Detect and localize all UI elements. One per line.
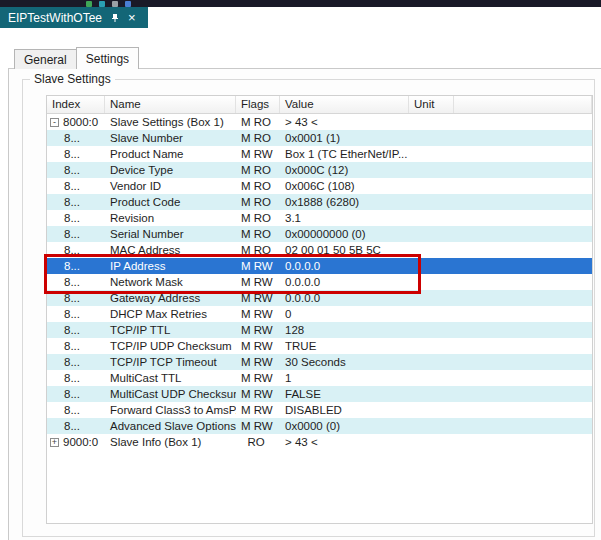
document-tab[interactable]: EIPTestWithOTee × xyxy=(0,7,148,28)
cell-filler xyxy=(454,130,592,146)
table-row[interactable]: 8...TCP/IP TTLM RW128 xyxy=(47,322,592,338)
table-row[interactable]: 8...Forward Class3 to AmsP...M RWDISABLE… xyxy=(47,402,592,418)
cell-filler xyxy=(454,242,592,258)
pin-icon[interactable] xyxy=(110,13,120,23)
table-row[interactable]: 8...Product CodeM RO0x1888 (6280) xyxy=(47,194,592,210)
cell-name: Network Mask xyxy=(105,274,236,290)
cell-name: TCP/IP UDP Checksum xyxy=(105,338,236,354)
cell-filler xyxy=(454,434,592,450)
cell-flags: M RO xyxy=(236,210,280,226)
cell-flags: M RW xyxy=(236,418,280,434)
cell-name: MultiCast UDP Checksum xyxy=(105,386,236,402)
cell-unit xyxy=(409,402,454,418)
cell-index: 8... xyxy=(64,402,80,418)
cell-filler xyxy=(454,146,592,162)
cell-unit xyxy=(409,306,454,322)
cell-flags: M RW xyxy=(236,386,280,402)
cell-index: 8... xyxy=(64,338,80,354)
cell-filler xyxy=(454,322,592,338)
cell-filler xyxy=(454,354,592,370)
table-header: IndexNameFlagsValueUnit xyxy=(47,96,592,114)
cell-unit xyxy=(409,242,454,258)
cell-flags: M RW xyxy=(236,402,280,418)
cell-flags: M RW xyxy=(236,306,280,322)
table-row[interactable]: -8000:0Slave Settings (Box 1)M RO> 43 < xyxy=(47,114,592,130)
cell-flags: M RW xyxy=(236,290,280,306)
cell-flags: RO xyxy=(236,434,280,450)
cell-filler xyxy=(454,402,592,418)
table-row[interactable]: 8...Vendor IDM RO0x006C (108) xyxy=(47,178,592,194)
cell-value: 0x000C (12) xyxy=(280,162,409,178)
cell-unit xyxy=(409,130,454,146)
cell-flags: M RW xyxy=(236,370,280,386)
table-row[interactable]: 8...Advanced Slave OptionsM RW0x0000 (0) xyxy=(47,418,592,434)
table-row[interactable]: 8...MAC AddressM RO02 00 01 50 5B 5C xyxy=(47,242,592,258)
cell-name: Advanced Slave Options xyxy=(105,418,236,434)
column-header-flags[interactable]: Flags xyxy=(236,96,280,113)
cell-unit xyxy=(409,434,454,450)
column-header-name[interactable]: Name xyxy=(105,96,236,113)
cell-flags: M RO xyxy=(236,114,280,130)
cell-filler xyxy=(454,226,592,242)
cell-unit xyxy=(409,146,454,162)
cell-value: > 43 < xyxy=(280,434,409,450)
table-row[interactable]: 8...IP AddressM RW0.0.0.0 xyxy=(47,258,592,274)
column-header-index[interactable]: Index xyxy=(47,96,105,113)
tab-general[interactable]: General xyxy=(14,49,77,69)
close-icon[interactable]: × xyxy=(128,12,136,23)
cell-index: 8... xyxy=(64,226,80,242)
table-body: -8000:0Slave Settings (Box 1)M RO> 43 <8… xyxy=(47,114,592,450)
table-row[interactable]: 8...Gateway AddressM RW0.0.0.0 xyxy=(47,290,592,306)
column-header-value[interactable]: Value xyxy=(280,96,409,113)
column-header-filler xyxy=(454,96,592,113)
cell-index: 8... xyxy=(64,306,80,322)
column-header-unit[interactable]: Unit xyxy=(409,96,454,113)
cell-filler xyxy=(454,306,592,322)
cell-name: IP Address xyxy=(105,258,236,274)
expand-icon[interactable]: + xyxy=(50,438,59,447)
cell-unit xyxy=(409,226,454,242)
cell-value: 0x1888 (6280) xyxy=(280,194,409,210)
cell-flags: M RO xyxy=(236,226,280,242)
cell-filler xyxy=(454,194,592,210)
table-row[interactable]: 8...MultiCast TTLM RW1 xyxy=(47,370,592,386)
cell-value: 0x0000 (0) xyxy=(280,418,409,434)
document-tab-bar: EIPTestWithOTee × xyxy=(0,7,601,28)
cell-filler xyxy=(454,162,592,178)
cell-name: Device Type xyxy=(105,162,236,178)
cell-value: 0.0.0.0 xyxy=(280,290,409,306)
table-row[interactable]: 8...Slave NumberM RO0x0001 (1) xyxy=(47,130,592,146)
cell-unit xyxy=(409,386,454,402)
cell-unit xyxy=(409,418,454,434)
cell-name: Revision xyxy=(105,210,236,226)
cell-index: 8... xyxy=(64,162,80,178)
cell-index: 8... xyxy=(64,274,80,290)
table-row[interactable]: 8...Serial NumberM RO0x00000000 (0) xyxy=(47,226,592,242)
cell-index: 8... xyxy=(64,354,80,370)
cell-value: DISABLED xyxy=(280,402,409,418)
table-row[interactable]: 8...MultiCast UDP ChecksumM RWFALSE xyxy=(47,386,592,402)
cell-unit xyxy=(409,274,454,290)
cell-filler xyxy=(454,178,592,194)
tab-settings[interactable]: Settings xyxy=(76,47,139,69)
cell-name: Vendor ID xyxy=(105,178,236,194)
cell-filler xyxy=(454,114,592,130)
table-row[interactable]: 8...DHCP Max RetriesM RW0 xyxy=(47,306,592,322)
table-row[interactable]: +9000:0Slave Info (Box 1) RO> 43 < xyxy=(47,434,592,450)
cell-index: 8... xyxy=(64,370,80,386)
cell-name: Slave Info (Box 1) xyxy=(105,434,236,450)
table-row[interactable]: 8...RevisionM RO3.1 xyxy=(47,210,592,226)
cell-value: 30 Seconds xyxy=(280,354,409,370)
cell-flags: M RW xyxy=(236,338,280,354)
cell-name: TCP/IP TCP Timeout xyxy=(105,354,236,370)
table-row[interactable]: 8...Product NameM RWBox 1 (TC EtherNet/I… xyxy=(47,146,592,162)
table-row[interactable]: 8...Network MaskM RW0.0.0.0 xyxy=(47,274,592,290)
table-row[interactable]: 8...TCP/IP TCP TimeoutM RW30 Seconds xyxy=(47,354,592,370)
table-row[interactable]: 8...Device TypeM RO0x000C (12) xyxy=(47,162,592,178)
table-row[interactable]: 8...TCP/IP UDP ChecksumM RWTRUE xyxy=(47,338,592,354)
cell-name: Product Name xyxy=(105,146,236,162)
cell-filler xyxy=(454,338,592,354)
cell-filler xyxy=(454,290,592,306)
settings-table: IndexNameFlagsValueUnit -8000:0Slave Set… xyxy=(46,95,593,524)
collapse-icon[interactable]: - xyxy=(50,118,59,127)
